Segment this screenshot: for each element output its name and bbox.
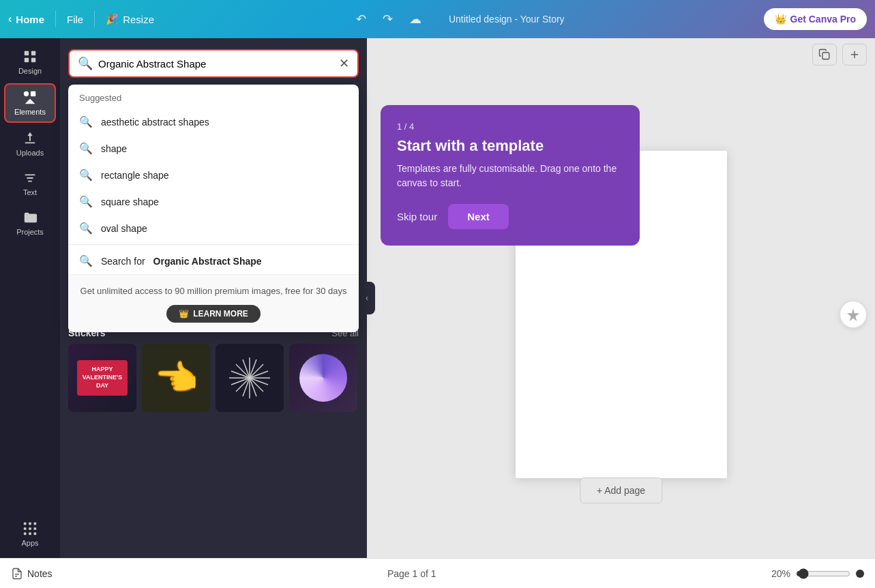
home-nav[interactable]: ‹ Home [8,13,44,25]
get-pro-label: Get Canva Pro [790,14,856,25]
promo-crown-icon: 👑 [179,309,189,319]
next-tour-button[interactable]: Next [448,204,509,229]
suggestions-header: Suggested [68,85,359,108]
svg-rect-14 [24,533,27,535]
skip-tour-button[interactable]: Skip tour [397,211,437,222]
suggestion-item-square[interactable]: 🔍 square shape [68,188,359,215]
home-label: Home [16,14,44,25]
suggestion-text-4: square shape [101,196,159,207]
suggestion-item-shape[interactable]: 🔍 shape [68,135,359,162]
svg-rect-13 [34,527,37,530]
topbar-left: ‹ Home File 🎉 Resize [8,11,154,27]
suggestion-text-2: shape [101,143,127,154]
svg-rect-2 [25,58,29,62]
apps-icon [23,521,38,536]
file-label: File [67,14,83,25]
zoom-circle-icon [856,570,864,578]
tour-body: Templates are fully customisable. Drag o… [397,162,623,190]
statusbar: Notes Page 1 of 1 20% [0,558,875,588]
search-input[interactable] [98,58,333,70]
topbar-divider1 [55,11,56,27]
undo-button[interactable]: ↶ [353,9,369,29]
notes-label: Notes [27,568,53,579]
upload-icon [23,131,38,146]
duplicate-icon [818,48,831,61]
sticker-thumb-1[interactable]: HAPPYVALENTINE'SDAY [68,344,136,412]
grid-icon [23,49,38,64]
folder-icon [23,210,38,225]
file-menu[interactable]: File [67,14,83,25]
panel-collapse-button[interactable]: ‹ [359,282,375,314]
redo-button[interactable]: ↷ [380,9,396,29]
svg-rect-25 [822,53,829,59]
search-clear-button[interactable]: ✕ [339,56,349,71]
svg-rect-7 [25,143,35,144]
sidebar-item-apps[interactable]: Apps [4,516,56,553]
starburst-icon [226,354,273,402]
suggestions-dropdown: Suggested 🔍 aesthetic abstract shapes 🔍 … [68,85,359,332]
sidebar-apps-label: Apps [21,539,38,547]
crown-icon: 🎉 [106,13,119,25]
svg-point-4 [24,91,29,96]
search-icon-6: 🔍 [79,254,93,267]
suggestion-text-3: rectangle shape [101,170,169,181]
sidebar-item-elements[interactable]: Elements [4,83,56,123]
ai-sparkle-icon [846,307,861,322]
sidebar-projects-label: Projects [16,228,44,236]
sticker-thumb-2[interactable]: 👈 [142,344,210,412]
main-area: Design Elements Uploads Text Projects Ap… [0,38,875,558]
svg-rect-16 [34,533,37,535]
suggestion-item-aesthetic[interactable]: 🔍 aesthetic abstract shapes [68,108,359,135]
shapes-icon [23,90,38,105]
search-magnify-icon: 🔍 [78,56,93,71]
sticker-thumb-3[interactable] [216,344,284,412]
duplicate-page-button[interactable] [812,44,837,65]
svg-rect-8 [24,523,27,525]
canvas-toolbar [367,38,875,71]
sidebar-design-label: Design [18,67,42,75]
notes-button[interactable]: Notes [11,568,53,580]
search-box: 🔍 ✕ [68,49,359,78]
sticker-row: HAPPYVALENTINE'SDAY 👈 [68,344,359,412]
sidebar-item-text[interactable]: Text [4,165,56,202]
search-icon-4: 🔍 [79,195,93,208]
elements-panel: 🔍 ✕ Suggested 🔍 aesthetic abstract shape… [60,38,367,558]
svg-rect-10 [34,523,37,525]
resize-menu[interactable]: 🎉 Resize [106,13,154,25]
suggestion-item-oval[interactable]: 🔍 oval shape [68,215,359,241]
resize-label: Resize [123,14,154,25]
page-info: Page 1 of 1 [63,568,760,579]
search-icon-3: 🔍 [79,168,93,181]
notes-icon [11,568,23,580]
get-pro-button[interactable]: 👑 Get Canva Pro [764,8,867,30]
suggestion-bold: Organic Abstract Shape [153,256,262,267]
plus-icon [848,48,861,61]
document-title: Untitled design - Your Story [449,14,565,25]
learn-more-button[interactable]: 👑 LEARN MORE [166,305,261,323]
tour-actions: Skip tour Next [397,204,623,229]
svg-rect-0 [25,51,29,55]
topbar-center: ↶ ↷ ☁ Untitled design - Your Story [160,9,758,29]
add-page-button[interactable]: + Add page [580,477,662,503]
sidebar-item-uploads[interactable]: Uploads [4,126,56,162]
topbar-divider2 [94,11,95,27]
sidebar-item-design[interactable]: Design [4,44,56,80]
search-icon-5: 🔍 [79,222,93,235]
sticker-thumb-4[interactable] [289,344,357,412]
suggestion-item-rectangle[interactable]: 🔍 rectangle shape [68,162,359,188]
tour-title: Start with a template [397,137,623,155]
zoom-slider[interactable] [796,568,850,579]
save-cloud-button[interactable]: ☁ [406,9,424,29]
svg-rect-1 [31,51,35,55]
learn-more-label: LEARN MORE [193,309,248,319]
panel-content: Stickers See all HAPPYVALENTINE'SDAY 👈 [60,317,367,558]
sidebar-item-projects[interactable]: Projects [4,205,56,241]
ai-generate-button[interactable] [840,301,867,328]
svg-rect-11 [24,527,27,530]
promo-box: Get unlimited access to 90 million premi… [68,274,359,332]
sidebar: Design Elements Uploads Text Projects Ap… [0,38,60,558]
svg-rect-9 [29,523,31,525]
topbar-right: 👑 Get Canva Pro [764,8,867,30]
suggestion-item-search-for[interactable]: 🔍 Search for Organic Abstract Shape [68,248,359,274]
add-new-page-button[interactable] [842,44,867,65]
